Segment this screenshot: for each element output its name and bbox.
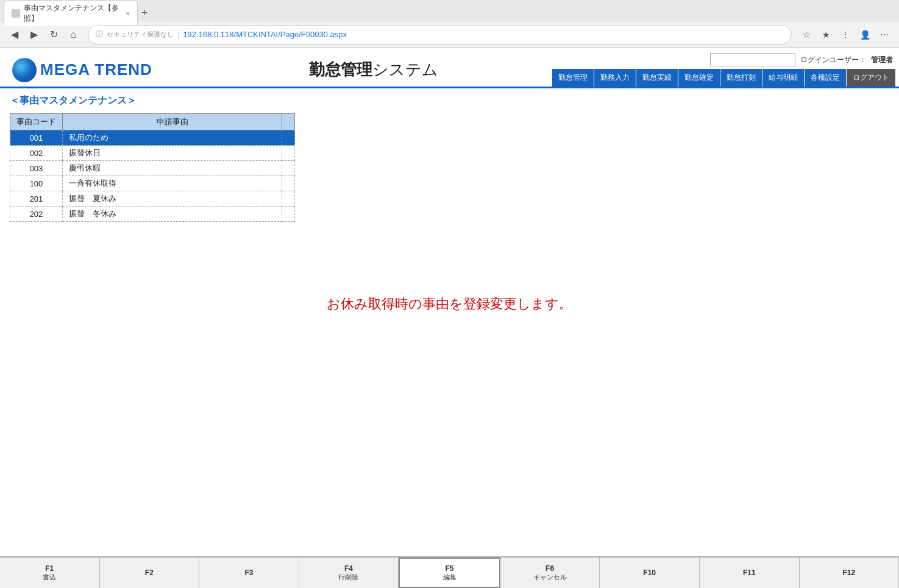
- security-icon: ⓘ: [96, 29, 103, 40]
- fn-key-label: F1: [45, 564, 54, 573]
- home-button[interactable]: ⌂: [65, 26, 82, 43]
- system-title-normal: システム: [372, 60, 438, 79]
- nav-kintai-jisseki[interactable]: 勤怠実績: [636, 69, 678, 87]
- active-tab[interactable]: 事由マスタメンテナンス【参照】 ×: [4, 0, 138, 26]
- row-reason: 振替 冬休み: [63, 207, 282, 222]
- header-right: ログインユーザー： 管理者 勤怠管理 勤務入力 勤怠実績 勤怠確定 勤怠打刻 給…: [552, 53, 899, 87]
- fn-key-label: F12: [842, 569, 855, 577]
- row-code: 001: [10, 130, 63, 146]
- logo-text: MEGA TREND: [40, 60, 152, 79]
- forward-button[interactable]: ▶: [26, 26, 43, 43]
- address-bar-container: ⓘ セキュリティ保護なし |: [88, 25, 792, 44]
- row-extra: [282, 146, 295, 161]
- system-title: 勤怠管理システム: [195, 59, 552, 80]
- new-tab-button[interactable]: +: [141, 7, 148, 18]
- fn-key-name: 書込: [43, 573, 56, 582]
- logo-globe-icon: [12, 58, 37, 82]
- fn-key-label: F3: [244, 569, 253, 577]
- security-label: セキュリティ保護なし: [107, 30, 174, 39]
- nav-kintai-kakutei[interactable]: 勤怠確定: [678, 69, 720, 87]
- page-content: ＜事由マスタメンテナンス＞ 事由コード 申請事由 001私用のため002振替休日…: [0, 88, 899, 319]
- page-title: ＜事由マスタメンテナンス＞: [10, 94, 889, 107]
- row-code: 002: [10, 146, 63, 161]
- description-text: お休み取得時の事由を登録変更します。: [10, 295, 889, 313]
- favorites-button[interactable]: ☆: [798, 26, 815, 43]
- table-row[interactable]: 001私用のため: [10, 130, 295, 146]
- user-area: ログインユーザー： 管理者: [710, 53, 895, 66]
- fn-key-f5[interactable]: F5編集: [399, 558, 500, 588]
- fn-key-label: F11: [743, 569, 756, 577]
- nav-kintai-daikoku[interactable]: 勤怠打刻: [720, 69, 762, 87]
- fn-key-name: キャンセル: [533, 573, 567, 582]
- fn-key-label: F4: [344, 564, 353, 573]
- tab-favicon: [12, 9, 20, 18]
- row-extra: [282, 207, 295, 222]
- fn-key-f10[interactable]: F10: [600, 558, 700, 588]
- nav-kinmu-nyuryoku[interactable]: 勤務入力: [594, 69, 636, 87]
- save-button[interactable]: ⋮: [837, 26, 854, 43]
- fn-key-f4[interactable]: F4行削除: [299, 558, 399, 588]
- table-row[interactable]: 002振替休日: [10, 146, 295, 161]
- row-reason: 一斉有休取得: [63, 176, 282, 191]
- user-label: ログインユーザー：: [800, 55, 866, 65]
- col-header-extra: [282, 114, 295, 130]
- user-search-input[interactable]: [710, 53, 795, 66]
- table-row[interactable]: 202振替 冬休み: [10, 207, 295, 222]
- browser-tabs: 事由マスタメンテナンス【参照】 × +: [0, 0, 899, 22]
- nav-kakushu-settei[interactable]: 各種設定: [805, 69, 846, 87]
- row-code: 201: [10, 191, 63, 207]
- row-code: 100: [10, 176, 63, 191]
- row-reason: 私用のため: [63, 130, 282, 146]
- browser-controls: ◀ ▶ ↻ ⌂ ⓘ セキュリティ保護なし | ☆ ★ ⋮ 👤 ⋯: [0, 22, 899, 48]
- browser-actions: ☆ ★ ⋮ 👤 ⋯: [798, 26, 893, 43]
- logo-area: MEGA TREND: [0, 58, 195, 82]
- user-name: 管理者: [871, 55, 893, 65]
- jiyuu-table: 事由コード 申請事由 001私用のため002振替休日003慶弔休暇100一斉有休…: [10, 113, 295, 222]
- fn-key-f12[interactable]: F12: [800, 558, 900, 588]
- url-separator: |: [177, 30, 179, 39]
- menu-button[interactable]: ⋯: [876, 26, 893, 43]
- back-button[interactable]: ◀: [6, 26, 23, 43]
- nav-kintai-kanri[interactable]: 勤怠管理: [552, 69, 594, 87]
- fn-key-name: 編集: [443, 573, 457, 582]
- row-extra: [282, 130, 295, 146]
- refresh-button[interactable]: ↻: [45, 26, 62, 43]
- fn-key-f2[interactable]: F2: [100, 558, 200, 588]
- table-row[interactable]: 100一斉有休取得: [10, 176, 295, 191]
- fn-key-label: F5: [446, 564, 454, 573]
- nav-menu: 勤怠管理 勤務入力 勤怠実績 勤怠確定 勤怠打刻 給与明細 各種設定 ログアウト: [552, 69, 895, 87]
- row-reason: 振替 夏休み: [63, 191, 282, 207]
- row-extra: [282, 176, 295, 191]
- system-title-bold: 勤怠管理: [309, 60, 372, 79]
- nav-kyuyo-meisai[interactable]: 給与明細: [762, 69, 804, 87]
- row-extra: [282, 161, 295, 176]
- profile-button[interactable]: 👤: [856, 26, 873, 43]
- tab-close-button[interactable]: ×: [126, 10, 130, 17]
- col-header-code: 事由コード: [10, 114, 63, 130]
- table-row[interactable]: 003慶弔休暇: [10, 161, 295, 176]
- fn-key-name: 行削除: [338, 573, 358, 582]
- function-key-bar: F1書込F2F3F4行削除F5編集F6キャンセルF10F11F12: [0, 556, 899, 588]
- favorites2-button[interactable]: ★: [817, 26, 834, 43]
- row-reason: 振替休日: [63, 146, 282, 161]
- fn-key-label: F6: [545, 564, 554, 573]
- fn-key-f3[interactable]: F3: [199, 558, 299, 588]
- tab-title: 事由マスタメンテナンス【参照】: [24, 3, 120, 24]
- row-reason: 慶弔休暇: [63, 161, 282, 176]
- fn-key-label: F2: [145, 569, 154, 577]
- fn-key-f11[interactable]: F11: [700, 558, 800, 588]
- table-row[interactable]: 201振替 夏休み: [10, 191, 295, 207]
- fn-key-label: F10: [643, 569, 656, 577]
- address-input[interactable]: [183, 30, 784, 39]
- browser-chrome: 事由マスタメンテナンス【参照】 × + ◀ ▶ ↻ ⌂ ⓘ セキュリティ保護なし…: [0, 0, 899, 48]
- row-extra: [282, 191, 295, 207]
- fn-key-f1[interactable]: F1書込: [0, 558, 100, 588]
- fn-key-f6[interactable]: F6キャンセル: [500, 558, 600, 588]
- row-code: 202: [10, 207, 63, 222]
- nav-logout[interactable]: ログアウト: [847, 69, 895, 87]
- app-header: MEGA TREND 勤怠管理システム ログインユーザー： 管理者 勤怠管理 勤…: [0, 48, 899, 88]
- col-header-reason: 申請事由: [63, 114, 282, 130]
- row-code: 003: [10, 161, 63, 176]
